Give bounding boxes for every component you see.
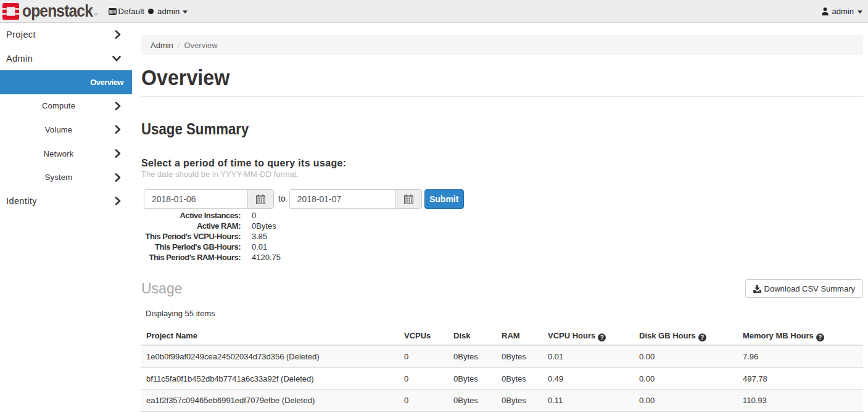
column-header: Disk bbox=[448, 325, 497, 345]
value-cell: 0Bytes bbox=[497, 390, 543, 412]
submit-button[interactable]: Submit bbox=[424, 189, 464, 209]
sidebar-item-label: Project bbox=[6, 30, 36, 39]
stat-row: This Period's GB-Hours:0.01 bbox=[141, 242, 863, 252]
context-switcher[interactable]: Default admin bbox=[109, 7, 188, 16]
openstack-logo[interactable]: openstack bbox=[2, 2, 97, 20]
date-from-calendar-button[interactable] bbox=[247, 189, 274, 209]
user-name: admin bbox=[832, 7, 854, 16]
stat-row: This Period's VCPU-Hours:3.85 bbox=[141, 231, 863, 242]
brand-wordmark: openstack bbox=[22, 2, 93, 20]
download-icon bbox=[753, 285, 761, 293]
chevron-right-icon bbox=[115, 149, 121, 158]
stat-row: This Period's RAM-Hours:4120.75 bbox=[141, 252, 863, 263]
user-menu[interactable]: admin bbox=[822, 7, 862, 16]
sidebar-item-system[interactable]: System bbox=[0, 165, 132, 189]
stat-row: Active RAM:0Bytes bbox=[141, 221, 863, 231]
project-name-cell: bf11c5fa0f1b452db4b7741a6c33a92f (Delete… bbox=[141, 367, 399, 390]
to-label: to bbox=[278, 194, 286, 203]
date-to-calendar-button[interactable] bbox=[395, 189, 422, 209]
usage-heading: Usage bbox=[141, 282, 182, 296]
stat-label: This Period's GB-Hours: bbox=[133, 242, 241, 251]
breadcrumb-divider: / bbox=[178, 41, 180, 50]
value-cell: 0Bytes bbox=[497, 345, 543, 367]
date-from-input-group bbox=[144, 189, 274, 209]
calendar-icon bbox=[404, 194, 413, 204]
sidebar-item-network[interactable]: Network bbox=[0, 142, 132, 166]
registered-mark-icon bbox=[94, 13, 97, 16]
sidebar-item-label: Compute bbox=[0, 101, 132, 110]
value-cell: 0.11 bbox=[543, 390, 634, 412]
date-from-input[interactable] bbox=[144, 189, 247, 209]
question-circle-icon[interactable]: ? bbox=[816, 333, 824, 341]
usage-table-head: Project NameVCPUsDiskRAMVCPU Hours?Disk … bbox=[141, 325, 863, 345]
sidebar-item-overview[interactable]: Overview bbox=[0, 70, 132, 94]
date-format-hint: The date should be in YYYY-MM-DD format. bbox=[141, 170, 863, 179]
value-cell: 0.01 bbox=[543, 345, 634, 367]
stat-row: Active Instances:0 bbox=[141, 211, 863, 221]
table-row: ea1f2f357c09465eb6991edf7079efbe (Delete… bbox=[141, 390, 863, 412]
stat-value: 4120.75 bbox=[252, 253, 281, 262]
value-cell: 0Bytes bbox=[448, 390, 497, 412]
sidebar-item-admin[interactable]: Admin bbox=[0, 47, 132, 71]
usage-summary-heading: Usage Summary bbox=[141, 121, 783, 137]
question-circle-icon[interactable]: ? bbox=[698, 333, 706, 341]
chevron-right-icon bbox=[115, 125, 121, 134]
date-to-input[interactable] bbox=[289, 189, 395, 209]
column-header: Disk GB Hours? bbox=[634, 325, 738, 345]
stat-value: 0 bbox=[252, 211, 256, 220]
value-cell: 0.00 bbox=[634, 345, 738, 367]
chevron-right-icon bbox=[115, 173, 121, 182]
date-to-input-group bbox=[289, 189, 422, 209]
value-cell: 0.49 bbox=[543, 367, 634, 390]
context-project: admin bbox=[157, 7, 180, 16]
chevron-down-icon bbox=[858, 10, 862, 14]
sidebar: Project Admin Overview Compute Volume Ne… bbox=[0, 23, 132, 213]
stat-label: Active Instances: bbox=[133, 211, 241, 220]
chevron-right-icon bbox=[115, 30, 121, 39]
sidebar-item-label: System bbox=[0, 173, 132, 182]
sidebar-item-compute[interactable]: Compute bbox=[0, 94, 132, 118]
value-cell: 0Bytes bbox=[497, 367, 543, 390]
usage-table: Project NameVCPUsDiskRAMVCPU Hours?Disk … bbox=[141, 325, 863, 411]
chevron-right-icon bbox=[115, 197, 121, 205]
column-header: Memory MB Hours? bbox=[738, 325, 863, 345]
breadcrumb-admin[interactable]: Admin bbox=[151, 41, 173, 50]
usage-table-header-row: Project NameVCPUsDiskRAMVCPU Hours?Disk … bbox=[141, 325, 863, 345]
items-count: Displaying 55 items bbox=[146, 309, 863, 318]
period-prompt: Select a period of time to query its usa… bbox=[141, 157, 863, 169]
value-cell: 0 bbox=[399, 390, 448, 412]
top-navbar: openstack Default admin admin bbox=[0, 0, 868, 23]
value-cell: 110.93 bbox=[738, 390, 863, 412]
openstack-logo-icon bbox=[2, 3, 19, 20]
download-csv-button[interactable]: Download CSV Summary bbox=[745, 279, 863, 298]
value-cell: 497.78 bbox=[738, 367, 863, 390]
value-cell: 0.00 bbox=[634, 390, 738, 412]
value-cell: 7.96 bbox=[738, 345, 863, 367]
stat-label: Active RAM: bbox=[133, 221, 241, 231]
stat-label: This Period's RAM-Hours: bbox=[133, 253, 241, 262]
main-content: Admin / Overview Overview Usage Summary … bbox=[132, 23, 868, 412]
sidebar-item-label: Volume bbox=[0, 125, 132, 134]
sidebar-item-identity[interactable]: Identity bbox=[0, 189, 132, 213]
value-cell: 0 bbox=[399, 367, 448, 390]
sidebar-item-label: Admin bbox=[6, 54, 33, 63]
sidebar-item-project[interactable]: Project bbox=[0, 23, 132, 47]
chevron-down-icon bbox=[183, 10, 188, 14]
stat-value: 3.85 bbox=[252, 232, 267, 241]
value-cell: 0Bytes bbox=[448, 345, 497, 367]
sidebar-item-volume[interactable]: Volume bbox=[0, 118, 132, 142]
stat-value: 0Bytes bbox=[252, 221, 276, 231]
sidebar-item-label: Overview bbox=[90, 78, 123, 87]
column-header: VCPU Hours? bbox=[543, 325, 634, 345]
user-icon bbox=[822, 7, 829, 15]
breadcrumb: Admin / Overview bbox=[141, 35, 863, 55]
question-circle-icon[interactable]: ? bbox=[598, 333, 606, 341]
usage-header-bar: Usage Download CSV Summary bbox=[141, 279, 863, 298]
download-csv-label: Download CSV Summary bbox=[764, 284, 855, 293]
sidebar-item-label: Identity bbox=[6, 196, 37, 206]
chevron-right-icon bbox=[115, 102, 121, 110]
usage-table-body: 1e0b0f99af0249cea24502034d73d356 (Delete… bbox=[141, 345, 863, 411]
page-title: Overview bbox=[141, 67, 232, 88]
value-cell: 0.00 bbox=[634, 367, 738, 390]
table-row: bf11c5fa0f1b452db4b7741a6c33a92f (Delete… bbox=[141, 367, 863, 390]
